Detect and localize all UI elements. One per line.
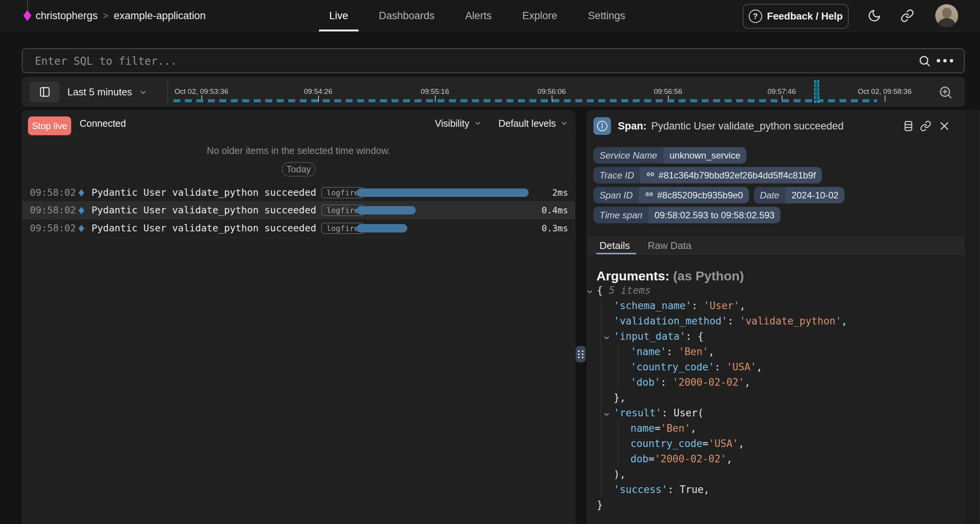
share-link-icon[interactable]: [900, 9, 914, 23]
dark-mode-moon-icon[interactable]: [867, 9, 881, 23]
code-token: :: [692, 300, 704, 311]
duration-bar: [357, 224, 407, 233]
stop-live-button[interactable]: Stop live: [28, 116, 71, 135]
code-line[interactable]: ),: [587, 467, 965, 482]
log-row[interactable]: 09:58:02Pydantic User validate_python su…: [22, 183, 575, 201]
detail-tab-details[interactable]: Details: [599, 237, 630, 254]
close-icon[interactable]: [939, 120, 950, 132]
badge-label: Trace ID: [593, 167, 640, 183]
duration-label: 0.4ms: [542, 201, 568, 219]
code-line[interactable]: 'result': User(: [587, 405, 965, 421]
code-line[interactable]: { 5 items: [587, 283, 965, 298]
chevron-down-icon: [474, 120, 482, 127]
collapse-caret-icon[interactable]: [603, 406, 610, 422]
code-token: 'name': [630, 346, 666, 357]
duration-bar: [357, 188, 529, 197]
search-icon[interactable]: [918, 54, 931, 69]
code-token: {: [597, 285, 609, 296]
copy-link-icon[interactable]: [920, 120, 931, 132]
badge-time-span: Time span09:58:02.593 to 09:58:02.593: [593, 207, 781, 223]
code-line[interactable]: 'name': 'Ben',: [587, 344, 965, 359]
badge-value: 2024-10-02: [786, 187, 845, 203]
badge-value-text: 09:58:02.593 to 09:58:02.593: [655, 210, 775, 221]
panel-resize-handle[interactable]: [576, 346, 586, 362]
active-nav-underline: [319, 29, 359, 31]
code-line[interactable]: country_code='USA',: [587, 436, 965, 451]
detail-scrollbar-gutter[interactable]: [964, 111, 980, 524]
zoom-in-icon[interactable]: [938, 85, 953, 101]
link-icon[interactable]: [645, 190, 653, 201]
timeline-activity-dashes: [173, 99, 877, 102]
arguments-subtitle: (as Python): [673, 269, 744, 283]
code-token: 'result': [614, 407, 662, 419]
nav-tab-alerts[interactable]: Alerts: [465, 0, 492, 31]
timeline-tick-label: 09:56:06: [537, 87, 566, 96]
code-token: :: [660, 377, 672, 388]
filter-more-options-icon[interactable]: [937, 59, 953, 62]
nav-tab-dashboards[interactable]: Dashboards: [379, 0, 435, 31]
collapse-caret-icon[interactable]: [586, 284, 593, 299]
arguments-heading: Arguments: (as Python): [596, 269, 744, 283]
badge-value: unknown_service: [663, 147, 746, 164]
nav-tab-settings[interactable]: Settings: [588, 0, 626, 31]
code-token: 'country_code': [630, 361, 714, 373]
log-row[interactable]: 09:58:02Pydantic User validate_python su…: [22, 201, 575, 219]
link-icon[interactable]: [646, 170, 655, 181]
nav-tab-live[interactable]: Live: [329, 0, 348, 31]
badge-value: #8c85209cb935b9e0: [639, 187, 749, 203]
badge-row: Span ID#8c85209cb935b9e0Date2024-10-02: [593, 187, 844, 203]
code-token: 'input_data': [614, 331, 686, 342]
code-line[interactable]: },: [587, 390, 965, 405]
timebar-divider: [167, 82, 168, 103]
default-levels-dropdown[interactable]: Default levels: [498, 118, 568, 129]
code-line[interactable]: 'success': True,: [587, 482, 965, 497]
badge-label: Time span: [593, 207, 648, 223]
code-line[interactable]: dob='2000-02-02',: [587, 451, 965, 467]
code-token: dob: [630, 453, 648, 465]
nav-tab-explore[interactable]: Explore: [522, 0, 557, 31]
logfire-logo-icon[interactable]: [23, 10, 31, 23]
empty-state: No older items in the selected time wind…: [22, 136, 575, 183]
code-token: 5 items: [609, 285, 651, 296]
nav-tabs: LiveDashboardsAlertsExploreSettings: [329, 0, 625, 31]
span-diamond-icon: [78, 225, 84, 234]
timeline-tick-label: 09:56:56: [654, 87, 682, 96]
split-panel-icon[interactable]: [903, 120, 914, 132]
breadcrumb-project[interactable]: example-application: [114, 10, 206, 22]
code-token: 'validate_python': [740, 315, 841, 327]
user-avatar[interactable]: [935, 4, 958, 27]
timeline-activity-spike: [814, 80, 819, 103]
code-token: ,: [709, 346, 715, 357]
log-row[interactable]: 09:58:02Pydantic User validate_python su…: [22, 219, 575, 237]
code-line[interactable]: 'dob': '2000-02-02',: [587, 375, 965, 390]
today-pill[interactable]: Today: [282, 162, 315, 177]
feedback-help-button[interactable]: ? Feedback / Help: [743, 4, 849, 29]
sql-filter-input[interactable]: [34, 49, 908, 73]
code-token: 'Ben': [660, 422, 690, 434]
code-token: ,: [738, 438, 745, 449]
badge-value-text: #81c364b79bbd92ef26b4dd5ff4c81b9f: [658, 170, 816, 181]
badge-value-text: #8c85209cb935b9e0: [657, 190, 743, 201]
code-token: 'USA': [709, 438, 738, 449]
sidebar-toggle-button[interactable]: [30, 82, 60, 102]
code-line[interactable]: name='Ben',: [587, 421, 965, 436]
code-line[interactable]: }: [587, 497, 965, 513]
badge-value: #81c364b79bbd92ef26b4dd5ff4c81b9f: [640, 167, 822, 183]
breadcrumb-org[interactable]: christophergs: [36, 10, 98, 22]
collapse-caret-icon[interactable]: [603, 330, 610, 345]
log-message: Pydantic User validate_python succeeded: [91, 219, 316, 237]
code-line[interactable]: 'schema_name': 'User',: [587, 298, 965, 313]
default-levels-label: Default levels: [498, 118, 556, 129]
detail-tab-raw-data[interactable]: Raw Data: [648, 237, 691, 254]
code-token: : User(: [662, 407, 704, 419]
code-line[interactable]: 'validation_method': 'validate_python',: [587, 313, 965, 329]
code-line[interactable]: 'input_data': {: [587, 329, 965, 344]
time-range-dropdown[interactable]: Last 5 minutes: [67, 77, 147, 107]
code-token: 'schema_name': [614, 300, 692, 311]
badge-row: Service Nameunknown_service: [593, 147, 844, 164]
visibility-dropdown[interactable]: Visibility: [435, 118, 482, 129]
timeline-tick-label: 09:57:46: [768, 87, 796, 96]
detail-tabs: DetailsRaw Data: [587, 237, 965, 254]
log-rows: 09:58:02Pydantic User validate_python su…: [22, 183, 575, 237]
code-line[interactable]: 'country_code': 'USA',: [587, 359, 965, 375]
